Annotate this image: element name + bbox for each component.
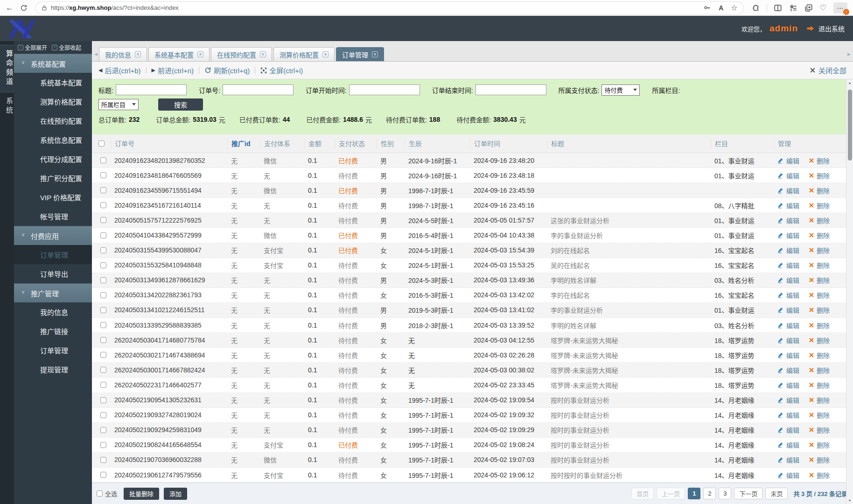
tab[interactable]: 系统基本配置 × <box>148 47 210 61</box>
favorites-bar-icon[interactable] <box>789 4 797 12</box>
sidebar-item[interactable]: ∨ 我的信息 <box>14 302 92 322</box>
delete-link[interactable]: 删除 <box>809 231 830 240</box>
sidebar-item[interactable]: ∨ 系统基配置 <box>14 54 92 73</box>
tab-close-icon[interactable]: × <box>197 51 203 57</box>
browser-essentials-icon[interactable]: ♡ <box>820 4 826 12</box>
delete-link[interactable]: 删除 <box>809 336 830 345</box>
browser-refresh-icon[interactable] <box>20 4 28 12</box>
sidebar-item[interactable]: ∨ 代理分成配置 <box>14 149 92 168</box>
close-all-tabs-button[interactable]: 关闭全部 <box>810 65 846 75</box>
select-all-checkbox[interactable] <box>97 490 103 497</box>
delete-link[interactable]: 删除 <box>809 380 830 390</box>
scrollbar-up-icon[interactable]: ▲ <box>846 79 853 86</box>
row-checkbox[interactable] <box>100 232 106 238</box>
browser-back-icon[interactable]: ← <box>6 4 14 12</box>
add-button[interactable]: 添加 <box>164 488 187 500</box>
row-checkbox[interactable] <box>100 307 106 313</box>
sidebar-item[interactable]: ∨ 推广链接 <box>14 322 92 341</box>
pay-status-select[interactable]: 待付费 <box>601 84 640 96</box>
sidebar-item[interactable]: ∨ 帐号管理 <box>14 207 92 226</box>
delete-link[interactable]: 删除 <box>809 455 830 464</box>
edit-link[interactable]: 编辑 <box>777 395 799 405</box>
delete-link[interactable]: 删除 <box>809 156 830 165</box>
favorite-star-icon[interactable]: ☆ <box>731 4 737 12</box>
split-screen-icon[interactable] <box>774 4 782 12</box>
row-checkbox[interactable] <box>100 457 106 463</box>
row-checkbox[interactable] <box>100 172 106 178</box>
tab[interactable]: 测算价格配置 × <box>273 47 335 61</box>
page-number-button[interactable]: 1 <box>688 488 700 499</box>
delete-link[interactable]: 删除 <box>809 321 830 330</box>
nav-back-button[interactable]: ◀后退(ctrl+b) <box>98 65 141 75</box>
refresh-button[interactable]: 刷新(ctrl+q) <box>204 65 250 75</box>
row-checkbox[interactable] <box>100 262 106 268</box>
sidebar-item[interactable]: ∨ 订单管理 <box>14 341 92 360</box>
delete-link[interactable]: 删除 <box>809 216 830 225</box>
edit-link[interactable]: 编辑 <box>777 201 799 210</box>
nav-forward-button[interactable]: ▶前进(ctrl+n) <box>152 65 194 75</box>
tab[interactable]: 订单管理 × <box>336 47 384 61</box>
sidebar-item[interactable]: ∨ 订单导出 <box>14 264 92 283</box>
edit-link[interactable]: 编辑 <box>777 156 799 165</box>
tab-close-icon[interactable]: × <box>135 51 141 57</box>
sidebar-item[interactable]: ∨ 在线预约配置 <box>14 111 92 130</box>
row-checkbox[interactable] <box>100 157 106 163</box>
order-no-input[interactable] <box>223 84 294 95</box>
tab-close-icon[interactable]: × <box>260 51 266 57</box>
tab-scroll-right-icon[interactable]: ▶ <box>847 52 851 56</box>
edit-link[interactable]: 编辑 <box>777 350 799 360</box>
row-checkbox[interactable] <box>100 472 106 478</box>
font-size-icon[interactable]: A <box>719 5 723 11</box>
content-scrollbar[interactable]: ▲ ▼ <box>846 79 853 504</box>
page-number-button[interactable]: 3 <box>719 488 731 499</box>
row-checkbox[interactable] <box>100 217 106 223</box>
rail-tab-system[interactable]: 系统 <box>0 92 14 120</box>
sidebar-item[interactable]: ∨ 测算价格配置 <box>14 92 92 111</box>
delete-link[interactable]: 删除 <box>809 275 830 285</box>
edit-link[interactable]: 编辑 <box>777 260 799 270</box>
delete-link[interactable]: 删除 <box>809 425 830 434</box>
select-all-header-checkbox[interactable] <box>98 140 105 147</box>
tab[interactable]: 我的信息 × <box>99 47 147 61</box>
more-menu-button[interactable]: ⋯↑ <box>833 2 847 14</box>
category-select[interactable]: 所属栏目 <box>98 99 139 110</box>
edit-link[interactable]: 编辑 <box>777 440 799 449</box>
sidebar-item[interactable]: ∨ 系统信息配置 <box>14 130 92 149</box>
edit-link[interactable]: 编辑 <box>777 365 799 375</box>
row-checkbox[interactable] <box>100 292 106 298</box>
scrollbar-down-icon[interactable]: ▼ <box>846 497 853 504</box>
delete-link[interactable]: 删除 <box>809 470 830 480</box>
delete-link[interactable]: 删除 <box>809 290 830 300</box>
edit-link[interactable]: 编辑 <box>777 186 799 195</box>
scrollbar-thumb[interactable] <box>848 90 852 161</box>
delete-link[interactable]: 删除 <box>809 186 830 195</box>
row-checkbox[interactable] <box>100 322 106 328</box>
collections-icon[interactable] <box>804 4 813 12</box>
next-page-button[interactable]: 下一页 <box>734 488 762 499</box>
edit-link[interactable]: 编辑 <box>777 425 799 434</box>
extensions-puzzle-icon[interactable] <box>752 4 760 12</box>
row-checkbox[interactable] <box>100 277 106 283</box>
delete-link[interactable]: 删除 <box>809 365 830 375</box>
select-all-control[interactable]: 全选 <box>97 489 117 498</box>
edit-link[interactable]: 编辑 <box>777 321 799 330</box>
edit-link[interactable]: 编辑 <box>777 336 799 345</box>
url-bar[interactable]: https://xg.hwym.shop/acs/?ct=index&ac=in… <box>36 2 743 14</box>
row-checkbox[interactable] <box>100 427 106 433</box>
row-checkbox[interactable] <box>100 187 106 193</box>
tab[interactable]: 在线预约配置 × <box>211 47 272 61</box>
last-page-button[interactable]: 末页 <box>765 488 788 499</box>
title-input[interactable] <box>116 84 187 95</box>
password-key-icon[interactable] <box>703 4 711 12</box>
edit-link[interactable]: 编辑 <box>777 275 799 285</box>
search-button[interactable]: 搜索 <box>158 98 203 111</box>
edit-link[interactable]: 编辑 <box>777 470 799 480</box>
sidebar-item[interactable]: ∨ 付费应用 <box>14 226 92 245</box>
delete-link[interactable]: 删除 <box>809 350 830 360</box>
end-time-input[interactable] <box>475 84 546 95</box>
delete-link[interactable]: 删除 <box>809 201 830 210</box>
edit-link[interactable]: 编辑 <box>777 171 799 180</box>
sidebar-item[interactable]: ∨ 推广积分配置 <box>14 168 92 188</box>
edit-link[interactable]: 编辑 <box>777 231 799 240</box>
bulk-delete-button[interactable]: 批量删除 <box>124 488 159 500</box>
